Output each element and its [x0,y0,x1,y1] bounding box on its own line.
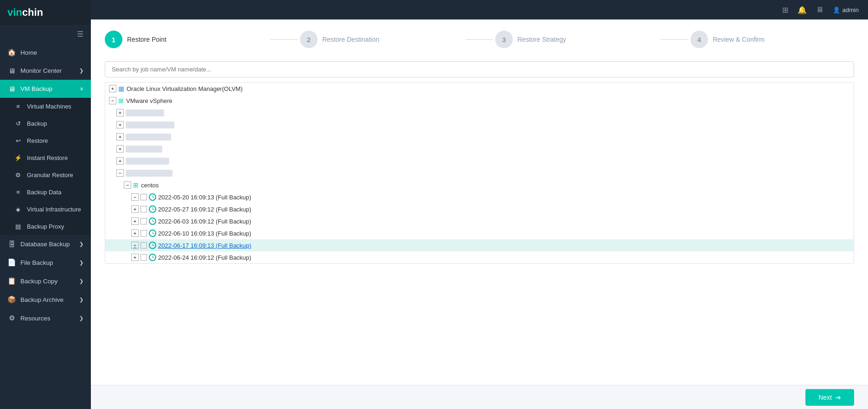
backup-icon: ↺ [14,120,22,127]
expand-icon[interactable]: + [131,230,139,237]
expand-icon[interactable]: + [131,217,139,225]
sidebar-item-virtual-machines[interactable]: ≡ Virtual Machines [0,98,91,115]
bell-icon[interactable]: 🔔 [798,6,807,14]
expand-icon[interactable]: − [124,181,131,189]
tree-backup-2[interactable]: + 2022-06-03 16:09:12 (Full Backup) [105,215,854,227]
blurred-label [126,170,172,177]
topbar: ⊞ 🔔 🖥 👤 admin [91,0,868,19]
clock-icon [149,242,156,249]
chevron-icon: ❯ [79,278,83,284]
tree-node-vmware[interactable]: − ⊞ VMware vSphere [105,95,854,107]
clock-icon [149,254,156,261]
sidebar-item-instant-restore[interactable]: ⚡ Instant Restore [0,149,91,166]
sidebar-item-backup-copy[interactable]: 📋 Backup Copy ❯ [0,272,91,290]
hamburger-menu[interactable]: ☰ [0,25,91,43]
expand-icon[interactable]: − [116,169,124,177]
logo-chin: chin [22,6,43,18]
step-divider-3 [661,39,689,40]
chevron-icon: ❯ [79,315,83,321]
tree-backup-1[interactable]: + 2022-05-27 16:09:12 (Full Backup) [105,203,854,215]
expand-icon[interactable]: + [116,109,124,116]
tree-node-blurred-2[interactable]: + [105,119,854,131]
sidebar-item-monitor-center[interactable]: 🖥 Monitor Center ❯ [0,62,91,80]
checkbox[interactable] [140,194,147,200]
clock-icon [149,205,156,213]
tree-backup-4[interactable]: + 2022-06-17 16:09:13 (Full Backup) [105,239,854,251]
chevron-icon: ❯ [79,68,83,74]
sidebar-item-backup-proxy[interactable]: ▤ Backup Proxy [0,218,91,235]
wizard-steps: 1 Restore Point 2 Restore Destination 3 … [105,31,854,48]
expand-icon[interactable]: + [131,205,139,213]
olvm-icon: ▦ [118,85,124,92]
bottom-bar: Next ➔ [91,385,868,409]
expand-icon[interactable]: + [131,254,139,261]
step-1: 1 Restore Point [105,31,268,48]
sidebar-item-backup-archive[interactable]: 📦 Backup Archive ❯ [0,290,91,309]
step-1-label: Restore Point [127,36,166,43]
checkbox[interactable] [140,242,147,249]
sidebar-item-granular-restore[interactable]: ⚙ Granular Restore [0,166,91,184]
expand-icon[interactable]: + [116,121,124,128]
tree-node-olvm[interactable]: + ▦ Oracle Linux Virtualization Manager(… [105,83,854,95]
database-icon: 🗄 [7,240,16,248]
checkbox[interactable] [140,230,147,236]
sidebar-item-vm-backup[interactable]: 🖥 VM Backup ∨ [0,80,91,98]
desktop-icon[interactable]: 🖥 [816,6,823,14]
vmware-icon: ⊞ [118,97,124,104]
tree-backup-3[interactable]: + 2022-06-10 16:09:13 (Full Backup) [105,227,854,239]
backup-copy-icon: 📋 [7,277,16,285]
chevron-icon: ❯ [79,297,83,303]
granular-restore-icon: ⚙ [14,172,22,179]
sidebar-item-home[interactable]: 🏠 Home [0,43,91,62]
expand-icon[interactable]: + [109,85,116,92]
step-2: 2 Restore Destination [300,31,464,48]
chevron-icon: ∨ [80,86,83,92]
next-button[interactable]: Next ➔ [805,389,854,406]
step-4-label: Review & Confirm [713,36,765,43]
logo: vinchin [0,0,91,25]
olvm-label: Oracle Linux Virtualization Manager(OLVM… [127,85,243,92]
backup-date-4: 2022-06-17 16:09:13 (Full Backup) [158,242,251,249]
sidebar-item-file-backup[interactable]: 📄 File Backup ❯ [0,253,91,272]
search-input[interactable] [105,61,854,77]
sidebar-item-resources[interactable]: ⚙ Resources ❯ [0,309,91,327]
expand-icon[interactable]: + [116,145,124,153]
tree-node-blurred-4[interactable]: + [105,143,854,155]
tree-backup-5[interactable]: + 2022-06-24 16:09:12 (Full Backup) [105,251,854,263]
tree-node-blurred-5[interactable]: + [105,155,854,167]
tree-backup-0[interactable]: − 2022-05-20 16:09:13 (Full Backup) [105,191,854,203]
blurred-label [126,109,164,116]
tree-node-blurred-1[interactable]: + [105,107,854,119]
tree-node-blurred-6[interactable]: − [105,167,854,179]
backup-archive-icon: 📦 [7,295,16,304]
sidebar-item-virtual-infrastructure[interactable]: ◈ Virtual Infrastructure [0,201,91,218]
backup-date-2: 2022-06-03 16:09:12 (Full Backup) [158,218,251,225]
grid-icon[interactable]: ⊞ [782,6,788,14]
expand-icon[interactable]: + [116,157,124,165]
sidebar-item-backup[interactable]: ↺ Backup [0,115,91,132]
step-2-label: Restore Destination [322,36,379,43]
checkbox[interactable] [140,206,147,212]
tree-node-blurred-3[interactable]: + [105,131,854,143]
user-menu[interactable]: 👤 admin [833,6,859,13]
step-divider-2 [466,39,493,40]
blurred-label [126,158,169,165]
checkbox[interactable] [140,254,147,261]
sidebar: vinchin ☰ 🏠 Home 🖥 Monitor Center ❯ 🖥 VM… [0,0,91,409]
tree-container: + ▦ Oracle Linux Virtualization Manager(… [105,82,854,264]
centos-icon: ⊞ [133,181,139,189]
expand-icon[interactable]: − [109,97,116,104]
clock-icon [149,217,156,225]
expand-icon[interactable]: − [131,193,139,201]
sidebar-item-database-backup[interactable]: 🗄 Database Backup ❯ [0,235,91,253]
expand-icon[interactable]: + [131,242,139,249]
clock-icon [149,230,156,237]
tree-node-centos[interactable]: − ⊞ centos [105,179,854,191]
backup-date-1: 2022-05-27 16:09:12 (Full Backup) [158,206,251,213]
sidebar-item-backup-data[interactable]: ≡ Backup Data [0,184,91,201]
expand-icon[interactable]: + [116,133,124,141]
sidebar-item-restore[interactable]: ↩ Restore [0,132,91,149]
monitor-icon: 🖥 [7,67,16,75]
virtual-machines-icon: ≡ [14,103,22,110]
checkbox[interactable] [140,218,147,224]
